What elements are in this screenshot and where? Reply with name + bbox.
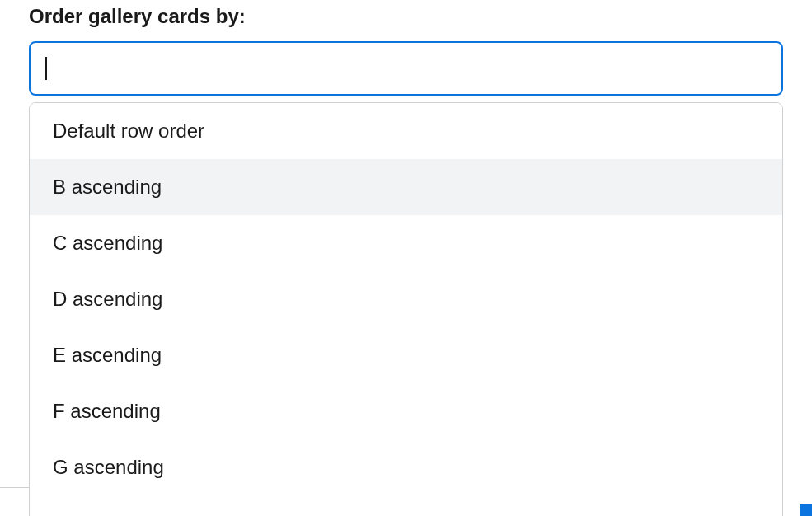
divider-line bbox=[0, 487, 30, 488]
text-cursor bbox=[45, 57, 47, 80]
dropdown-option-g-ascending[interactable]: G ascending bbox=[30, 439, 782, 495]
order-by-dropdown: Default row order B ascending C ascendin… bbox=[29, 102, 783, 516]
dropdown-option-f-ascending[interactable]: F ascending bbox=[30, 383, 782, 439]
dropdown-option-h-ascending[interactable]: H ascending bbox=[30, 495, 782, 516]
dropdown-option-c-ascending[interactable]: C ascending bbox=[30, 215, 782, 271]
dropdown-option-d-ascending[interactable]: D ascending bbox=[30, 271, 782, 327]
order-by-input[interactable] bbox=[29, 41, 783, 96]
dropdown-option-b-ascending[interactable]: B ascending bbox=[30, 159, 782, 215]
corner-accent bbox=[800, 504, 812, 516]
dropdown-option-default-row-order[interactable]: Default row order bbox=[30, 103, 782, 159]
dropdown-option-e-ascending[interactable]: E ascending bbox=[30, 327, 782, 383]
order-by-label: Order gallery cards by: bbox=[29, 5, 783, 28]
